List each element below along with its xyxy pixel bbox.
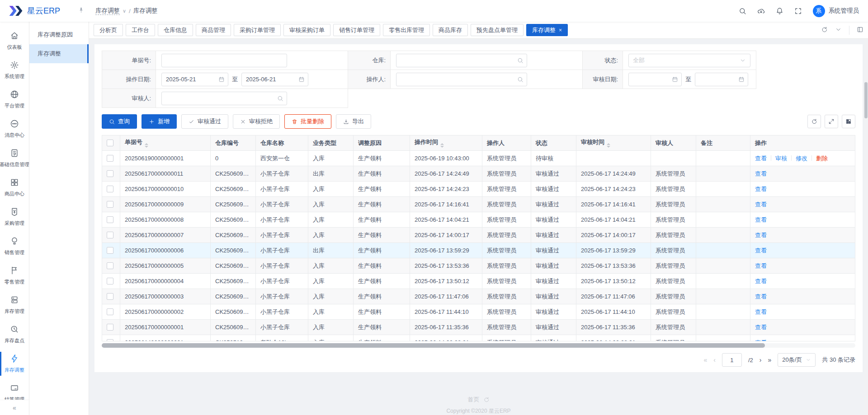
view-link[interactable]: 查看	[755, 170, 767, 177]
row-checkbox[interactable]	[107, 308, 113, 315]
vertical-scrollbar[interactable]	[864, 39, 868, 415]
tab-预先盘点单管理[interactable]: 预先盘点单管理	[471, 24, 524, 36]
approve-button[interactable]: 审核通过	[181, 114, 228, 129]
tab-审核采购订单[interactable]: 审核采购订单	[283, 24, 330, 36]
edit-link[interactable]: 修改	[796, 155, 807, 162]
refresh-button[interactable]	[807, 115, 821, 128]
warehouse-input[interactable]	[396, 54, 527, 67]
sort-icon[interactable]	[607, 143, 610, 148]
view-link[interactable]: 查看	[755, 324, 767, 331]
row-checkbox[interactable]	[107, 186, 113, 192]
footer-home-link[interactable]: 首页	[468, 396, 490, 404]
row-checkbox[interactable]	[107, 201, 113, 208]
row-checkbox[interactable]	[107, 339, 113, 341]
layout-icon[interactable]	[857, 26, 863, 34]
row-checkbox[interactable]	[107, 216, 113, 223]
close-icon[interactable]: ×	[559, 27, 562, 33]
submenu-item-库存调整[interactable]: 库存调整	[29, 44, 89, 63]
reject-button[interactable]: 审核拒绝	[233, 114, 280, 129]
view-link[interactable]: 查看	[755, 232, 767, 238]
sidebar-item-基础信息管理[interactable]: 基础信息管理	[0, 144, 29, 173]
sort-icon[interactable]	[440, 143, 444, 148]
bell-icon[interactable]	[776, 7, 783, 15]
export-button[interactable]: 导出	[336, 114, 371, 129]
view-link[interactable]: 查看	[755, 186, 767, 192]
first-page-button[interactable]: «	[703, 356, 707, 364]
user-menu[interactable]: 系 系统管理员	[813, 5, 859, 17]
auditor-input[interactable]	[161, 92, 287, 105]
horizontal-scrollbar-thumb[interactable]	[102, 343, 765, 348]
row-checkbox[interactable]	[107, 278, 113, 284]
sidebar-item-采购管理[interactable]: 采购管理	[0, 202, 29, 232]
bill-no-input[interactable]	[161, 54, 287, 67]
vertical-scrollbar-thumb[interactable]	[864, 82, 868, 118]
sidebar-item-商品中心[interactable]: 商品中心	[0, 173, 29, 202]
search-icon[interactable]	[739, 7, 746, 15]
view-link[interactable]: 查看	[755, 308, 767, 315]
op-date-from-input[interactable]	[161, 73, 228, 86]
maximize-button[interactable]	[825, 115, 838, 128]
sidebar-item-平台管理[interactable]: 平台管理	[0, 85, 29, 114]
horizontal-scrollbar[interactable]	[102, 343, 855, 348]
tab-分析页[interactable]: 分析页	[94, 24, 123, 36]
select-all-checkbox[interactable]	[107, 140, 113, 146]
sidebar-item-仪表板[interactable]: 仪表板	[0, 26, 29, 56]
view-link[interactable]: 查看	[755, 247, 767, 254]
current-page-input[interactable]: 1	[722, 353, 742, 367]
batch-delete-button[interactable]: 批量删除	[284, 114, 331, 129]
query-button[interactable]: 查询	[102, 114, 137, 129]
sidebar-item-消息中心[interactable]: 消息中心	[0, 114, 29, 144]
sidebar-item-销售管理[interactable]: 销售管理	[0, 232, 29, 261]
delete-link[interactable]: 删除	[816, 155, 828, 162]
next-page-button[interactable]: ›	[760, 356, 762, 364]
sidebar-item-零售管理[interactable]: 零售管理	[0, 261, 29, 290]
status-select[interactable]: 全部	[628, 54, 750, 67]
tab-商品管理[interactable]: 商品管理	[196, 24, 231, 36]
row-checkbox[interactable]	[107, 232, 113, 238]
pin-icon[interactable]	[78, 7, 85, 15]
app-logo[interactable]	[8, 5, 24, 16]
op-user-input[interactable]	[396, 73, 527, 86]
op-date-to-input[interactable]	[241, 73, 308, 86]
tab-工作台[interactable]: 工作台	[126, 24, 155, 36]
row-checkbox[interactable]	[107, 293, 113, 300]
view-link[interactable]: 查看	[755, 201, 767, 208]
cloud-download-icon[interactable]	[757, 7, 765, 15]
audit-date-to-input[interactable]	[695, 73, 748, 86]
view-link[interactable]: 查看	[755, 262, 767, 269]
sidebar-item-库存盘点[interactable]: 库存盘点	[0, 320, 29, 349]
page-size-select[interactable]: 20条/页	[778, 353, 816, 367]
row-checkbox[interactable]	[107, 324, 113, 331]
sidebar-item-结算管理[interactable]: 结算管理	[0, 378, 29, 400]
fullscreen-icon[interactable]	[794, 7, 802, 15]
tab-采购订单管理[interactable]: 采购订单管理	[234, 24, 281, 36]
columns-button[interactable]	[842, 115, 855, 128]
add-button[interactable]: 新增	[142, 114, 177, 129]
view-link[interactable]: 查看	[755, 155, 767, 162]
view-link[interactable]: 查看	[755, 278, 767, 284]
row-checkbox[interactable]	[107, 155, 113, 162]
tab-仓库信息[interactable]: 仓库信息	[158, 24, 193, 36]
audit-link[interactable]: 审核	[775, 155, 787, 162]
breadcrumb-root[interactable]: 库存调整	[95, 7, 120, 15]
tab-销售订单管理[interactable]: 销售订单管理	[333, 24, 380, 36]
sidebar-item-系统管理[interactable]: 系统管理	[0, 56, 29, 85]
sort-icon[interactable]	[145, 143, 148, 148]
chevron-down-icon[interactable]: ∨	[123, 8, 126, 14]
tab-零售出库管理[interactable]: 零售出库管理	[383, 24, 430, 36]
audit-date-from-input[interactable]	[628, 73, 682, 86]
view-link[interactable]: 查看	[755, 339, 767, 342]
sidebar-item-库存调整[interactable]: 库存调整	[0, 349, 29, 378]
view-link[interactable]: 查看	[755, 293, 767, 300]
row-checkbox[interactable]	[107, 247, 113, 254]
last-page-button[interactable]: »	[768, 356, 771, 364]
row-checkbox[interactable]	[107, 170, 113, 177]
sidebar-item-库存管理[interactable]: 库存管理	[0, 290, 29, 320]
chevron-down-icon[interactable]	[835, 26, 842, 34]
view-link[interactable]: 查看	[755, 216, 767, 223]
refresh-icon[interactable]	[821, 26, 828, 34]
tab-库存调整[interactable]: 库存调整×	[526, 24, 568, 36]
row-checkbox[interactable]	[107, 262, 113, 269]
submenu-item-库存调整原因[interactable]: 库存调整原因	[29, 25, 89, 44]
tab-商品库存[interactable]: 商品库存	[433, 24, 468, 36]
